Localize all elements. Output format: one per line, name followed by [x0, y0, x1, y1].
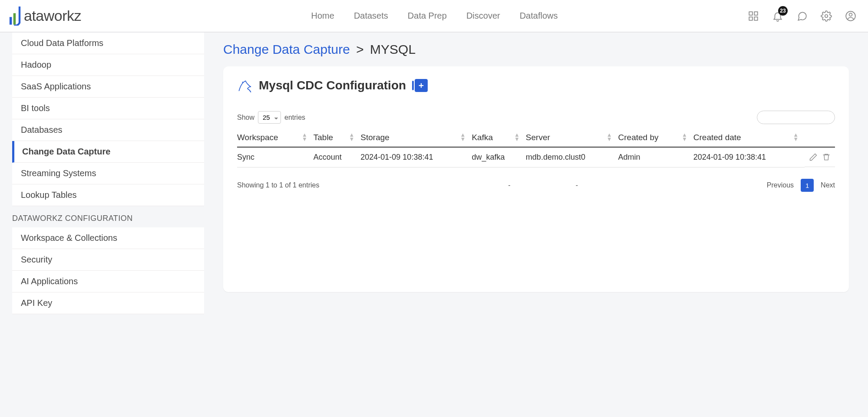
sidebar-item-streaming-systems[interactable]: Streaming Systems: [12, 163, 204, 184]
logo-icon: [9, 7, 21, 26]
svg-point-6: [825, 14, 828, 17]
svg-rect-2: [749, 12, 752, 15]
next-page[interactable]: Next: [821, 181, 835, 189]
nav-datasets[interactable]: Datasets: [354, 11, 388, 21]
col-created-by[interactable]: Created by▲▼: [618, 128, 693, 147]
svg-point-8: [849, 13, 852, 16]
table-info: Showing 1 to 1 of 1 entries: [237, 181, 319, 189]
col-actions: [805, 128, 835, 147]
config-table: Workspace▲▼Table▲▼Storage▲▼Kafka▲▼Server…: [237, 128, 835, 167]
table-row: SyncAccount2024-01-09 10:38:41dw_kafkamd…: [237, 147, 835, 167]
svg-rect-4: [749, 17, 752, 20]
sidebar-item-change-data-capture[interactable]: Change Data Capture: [12, 141, 204, 163]
search-input[interactable]: [757, 111, 835, 124]
nav-dataflows[interactable]: Dataflows: [520, 11, 558, 21]
sort-icon: ▲▼: [607, 133, 612, 141]
svg-rect-5: [754, 17, 758, 20]
sort-icon: ▲▼: [460, 133, 466, 141]
bell-icon[interactable]: 23: [772, 10, 784, 22]
content: Change Data Capture > MYSQL Mysql CDC Co…: [204, 33, 868, 417]
gear-icon[interactable]: [820, 10, 832, 22]
col-table[interactable]: Table▲▼: [314, 128, 361, 147]
sort-icon: ▲▼: [514, 133, 520, 141]
notif-badge: 23: [778, 6, 788, 16]
sidebar-item-cloud-data-platforms[interactable]: Cloud Data Platforms: [12, 33, 204, 54]
nav-data-prep[interactable]: Data Prep: [408, 11, 447, 21]
nav-discover[interactable]: Discover: [466, 11, 500, 21]
sidebar-item-hadoop[interactable]: Hadoop: [12, 54, 204, 76]
show-label-pre: Show: [237, 114, 254, 121]
col-created-date[interactable]: Created date▲▼: [693, 128, 805, 147]
sidebar: Cloud Data PlatformsHadoopSaaS Applicati…: [0, 33, 204, 417]
sidebar-item-bi-tools[interactable]: BI tools: [12, 98, 204, 119]
cell-actions: [805, 148, 835, 167]
sidebar-item-ai-applications[interactable]: AI Applications: [12, 271, 204, 292]
col-server[interactable]: Server▲▼: [526, 128, 618, 147]
show-label-post: entries: [284, 114, 305, 121]
chat-icon[interactable]: [796, 10, 808, 22]
page-1[interactable]: 1: [801, 179, 814, 192]
header-actions: 23: [747, 10, 859, 22]
cell-created_by: Admin: [618, 147, 693, 167]
col-storage[interactable]: Storage▲▼: [360, 128, 472, 147]
sort-icon: ▲▼: [682, 133, 687, 141]
sidebar-item-security[interactable]: Security: [12, 249, 204, 271]
col-workspace[interactable]: Workspace▲▼: [237, 128, 314, 147]
pagination: Previous 1 Next: [767, 179, 835, 192]
user-icon[interactable]: [845, 10, 857, 22]
svg-point-9: [242, 82, 243, 82]
prev-page[interactable]: Previous: [767, 181, 794, 189]
breadcrumb-root[interactable]: Change Data Capture: [223, 42, 350, 56]
sidebar-item-databases[interactable]: Databases: [12, 119, 204, 141]
col-kafka[interactable]: Kafka▲▼: [472, 128, 525, 147]
edit-icon[interactable]: [809, 153, 818, 161]
cell-table: Account: [314, 147, 361, 167]
sidebar-section-title: DATAWORKZ CONFIGURATION: [0, 206, 204, 227]
sidebar-item-api-key[interactable]: API Key: [12, 292, 204, 314]
sidebar-item-saas-applications[interactable]: SaaS Applications: [12, 76, 204, 98]
breadcrumb-sep: >: [356, 42, 364, 56]
logo-text: ataworkz: [24, 7, 81, 24]
entries-select[interactable]: 25: [258, 111, 281, 124]
nav-home[interactable]: Home: [311, 11, 334, 21]
apps-icon[interactable]: [747, 10, 759, 22]
sort-icon: ▲▼: [349, 133, 354, 141]
breadcrumb: Change Data Capture > MYSQL: [223, 42, 849, 57]
sort-icon: ▲▼: [793, 133, 799, 141]
footer-dashes: --: [319, 181, 766, 189]
logo[interactable]: ataworkz: [9, 7, 122, 26]
add-config-button[interactable]: [415, 79, 428, 92]
cell-kafka: dw_kafka: [472, 147, 525, 167]
sort-icon: ▲▼: [302, 133, 307, 141]
cell-workspace: Sync: [237, 147, 314, 167]
header: ataworkz Home Datasets Data Prep Discove…: [0, 0, 868, 33]
cell-created_date: 2024-01-09 10:38:41: [693, 147, 805, 167]
top-nav: Home Datasets Data Prep Discover Dataflo…: [139, 11, 730, 21]
delete-icon[interactable]: [822, 153, 831, 161]
svg-rect-1: [13, 13, 16, 24]
panel-title: Mysql CDC Configuration: [259, 79, 406, 92]
cell-server: mdb.demo.clust0: [526, 147, 618, 167]
svg-rect-0: [10, 17, 12, 25]
mysql-icon: [237, 78, 253, 93]
svg-rect-3: [754, 12, 758, 15]
sidebar-item-lookup-tables[interactable]: Lookup Tables: [12, 184, 204, 206]
cell-storage: 2024-01-09 10:38:41: [360, 147, 472, 167]
sidebar-item-workspace-collections[interactable]: Workspace & Collections: [12, 227, 204, 249]
config-panel: Mysql CDC Configuration Show 25 entries: [223, 66, 849, 292]
breadcrumb-leaf: MYSQL: [370, 42, 416, 56]
